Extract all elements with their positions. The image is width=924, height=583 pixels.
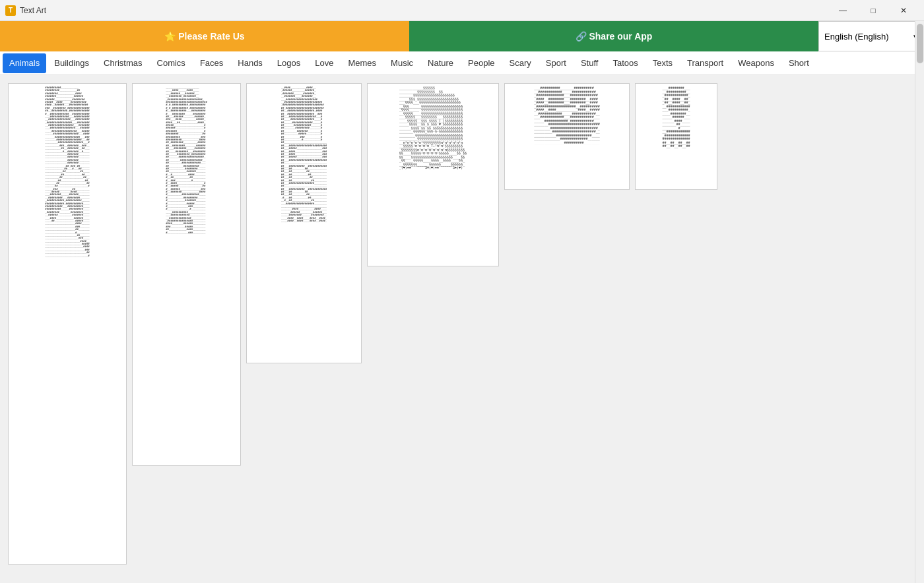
nav-btn-memes[interactable]: Memes <box>341 53 383 73</box>
nav-btn-scary[interactable]: Scary <box>503 53 538 73</box>
maximize-button[interactable]: □ <box>858 0 888 21</box>
scrollbar[interactable] <box>915 21 924 583</box>
language-label: English (English) <box>824 32 889 42</box>
art-card-3[interactable]: __####__________####__ _######________##… <box>246 83 362 363</box>
nav-btn-hands[interactable]: Hands <box>231 53 269 73</box>
app-icon: T <box>5 5 16 16</box>
ascii-art-3: __####__________####__ _######________##… <box>281 86 327 222</box>
app-title: Text Art <box>20 6 46 15</box>
scrollbar-thumb[interactable] <box>917 24 923 63</box>
ascii-art-6: ___########___ __##########__ _#########… <box>662 86 690 148</box>
nav-btn-tatoos[interactable]: Tatoos <box>606 53 644 73</box>
rate-us-button[interactable]: ⭐ Please Rate Us <box>0 21 409 51</box>
art-card-2[interactable]: _____________________ ____####_____####_… <box>132 83 241 466</box>
nav-btn-animals[interactable]: Animals <box>3 53 46 73</box>
close-button[interactable]: ✕ <box>888 0 919 21</box>
nav-btn-logos[interactable]: Logos <box>271 53 307 73</box>
art-card-6[interactable]: ___########___ __##########__ _#########… <box>635 83 717 190</box>
art-card-4[interactable]: ____________§§§§§§ _________§§§§§§§§§__§… <box>367 83 499 266</box>
share-app-button[interactable]: 🔗 Share our App <box>409 21 818 51</box>
art-card-5[interactable]: ___##########_______########## __#######… <box>504 83 630 190</box>
nav-btn-sport[interactable]: Sport <box>539 53 573 73</box>
ascii-art-2: _____________________ ____####_____####_… <box>166 86 207 234</box>
title-bar-controls: — □ ✕ <box>828 0 919 21</box>
title-bar-left: T Text Art <box>5 5 46 16</box>
nav-btn-faces[interactable]: Faces <box>193 53 230 73</box>
nav-btn-weapons[interactable]: Weapons <box>731 53 781 73</box>
nav-btn-love[interactable]: Love <box>308 53 340 73</box>
title-bar: T Text Art — □ ✕ <box>0 0 924 21</box>
nav-btn-stuff[interactable]: Stuff <box>574 53 605 73</box>
language-selector[interactable]: English (English) ▾ <box>818 21 924 51</box>
nav-btn-texts[interactable]: Texts <box>646 53 679 73</box>
ascii-art-4: ____________§§§§§§ _________§§§§§§§§§__§… <box>399 86 467 170</box>
nav-btn-comics[interactable]: Comics <box>150 53 192 73</box>
nav-btn-nature[interactable]: Nature <box>421 53 460 73</box>
nav-btn-transport[interactable]: Transport <box>680 53 730 73</box>
banner: ⭐ Please Rate Us 🔗 Share our App English… <box>0 21 924 51</box>
nav-btn-short[interactable]: Short <box>782 53 816 73</box>
main-content: ##########___________ #########_________… <box>0 75 924 583</box>
nav-btn-buildings[interactable]: Buildings <box>48 53 96 73</box>
nav-bar: AnimalsBuildingsChristmasComicsFacesHand… <box>0 51 924 75</box>
nav-btn-people[interactable]: People <box>461 53 501 73</box>
ascii-art-5: ___##########_______########## __#######… <box>534 86 599 144</box>
ascii-art-1: ##########___________ #########_________… <box>45 86 89 257</box>
nav-btn-music[interactable]: Music <box>384 53 420 73</box>
nav-btn-christmas[interactable]: Christmas <box>97 53 149 73</box>
art-card-1[interactable]: ##########___________ #########_________… <box>8 83 127 565</box>
minimize-button[interactable]: — <box>828 0 858 21</box>
